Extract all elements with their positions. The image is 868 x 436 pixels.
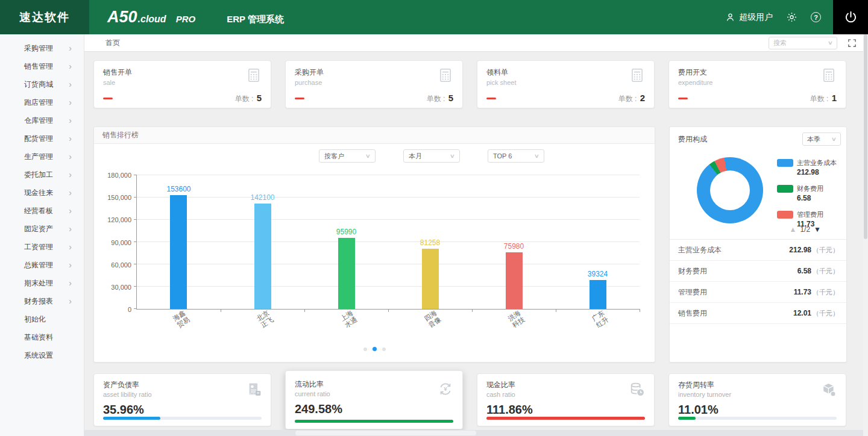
logout-power-button[interactable] <box>833 0 868 34</box>
y-axis-tick <box>134 241 137 242</box>
bar-海鑫贸易[interactable] <box>170 195 187 309</box>
sidebar-item[interactable]: 财务报表› <box>0 292 84 310</box>
x-axis-label: 海鑫贸易 <box>171 309 191 329</box>
bar-广东红升[interactable] <box>590 280 606 309</box>
pager-down-icon[interactable]: ▼ <box>814 225 821 234</box>
sidebar-item-label: 系统设置 <box>24 350 53 361</box>
stat-card: 采购开单purchase单数 : 5 <box>285 60 463 108</box>
calculator-icon <box>246 67 262 86</box>
y-axis-tick <box>134 286 137 287</box>
bar-chart-y-axis: 030,00060,00090,000120,000150,000180,000 <box>94 175 131 310</box>
filter-value: TOP 6 <box>493 152 512 160</box>
chevron-right-icon: › <box>69 134 72 143</box>
sidebar-item[interactable]: 采购管理› <box>0 39 84 57</box>
sidebar-item[interactable]: 固定资产› <box>0 220 84 238</box>
search-select[interactable]: 搜索 ∨ <box>769 37 837 49</box>
kpi-title: 存货周转率 <box>678 380 837 390</box>
filter-select[interactable]: 本月∨ <box>403 149 460 163</box>
bar-value-label: 39324 <box>588 270 608 278</box>
sidebar-menu: 采购管理›销售管理›订货商城›跑店管理›仓库管理›配货管理›生产管理›委托加工›… <box>0 39 84 364</box>
period-select[interactable]: 本季 ∨ <box>802 132 841 146</box>
sidebar-item[interactable]: 仓库管理› <box>0 111 84 129</box>
bar-value-label: 142100 <box>250 193 274 202</box>
sidebar-item-label: 订货商城 <box>24 79 53 90</box>
sidebar-item[interactable]: 委托加工› <box>0 166 84 184</box>
donut-chart <box>697 157 763 223</box>
kpi-progress-fill <box>678 417 696 420</box>
legend-swatch <box>777 211 793 219</box>
pager-up-icon[interactable]: ▲ <box>790 225 797 234</box>
sidebar-item[interactable]: 系统设置 <box>0 346 84 364</box>
carousel-dot[interactable] <box>382 347 386 351</box>
y-axis-label: 150,000 <box>107 194 131 201</box>
y-axis-tick <box>134 308 137 309</box>
chart-filters: 按客户∨本月∨TOP 6∨ <box>319 149 544 163</box>
bar-北京正飞[interactable] <box>254 204 271 309</box>
app-logo[interactable]: 速达软件 <box>0 0 89 34</box>
filter-select[interactable]: TOP 6∨ <box>488 149 544 163</box>
legend-item[interactable]: 主营业务成本212.98 <box>777 158 837 176</box>
filter-select[interactable]: 按客户∨ <box>319 149 376 163</box>
kpi-value: 11.01% <box>678 403 837 417</box>
app-logo-text: 速达软件 <box>19 10 70 25</box>
sidebar-item[interactable]: 销售管理› <box>0 57 84 75</box>
legend-item[interactable]: 财务费用6.58 <box>777 184 837 202</box>
product-brand: A50 .cloud PRO ERP 管理系统 <box>107 8 284 26</box>
kpi-title: 资产负债率 <box>103 380 262 390</box>
breadcrumb[interactable]: 首页 <box>105 38 120 48</box>
settings-gear-icon[interactable] <box>786 11 797 23</box>
expense-row-unit: （千元） <box>813 267 839 275</box>
bar-四海音像[interactable] <box>422 249 439 309</box>
toolbar: 首页 搜索 ∨ <box>84 34 863 52</box>
stat-card: 销售开单sale单数 : 5 <box>93 60 271 108</box>
sidebar-item[interactable]: 跑店管理› <box>0 93 84 111</box>
sidebar: 采购管理›销售管理›订货商城›跑店管理›仓库管理›配货管理›生产管理›委托加工›… <box>0 34 84 436</box>
filter-value: 本月 <box>409 152 422 161</box>
y-axis-tick <box>134 264 137 264</box>
sidebar-item[interactable]: 基础资料 <box>0 328 84 346</box>
kpi-card: 流动比率current ratio¥249.58% <box>285 370 463 429</box>
carousel-dot[interactable] <box>373 347 377 351</box>
help-icon[interactable]: ? <box>811 12 821 22</box>
fullscreen-icon[interactable] <box>847 38 857 48</box>
sidebar-item[interactable]: 生产管理› <box>0 148 84 166</box>
sidebar-item[interactable]: 总账管理› <box>0 256 84 274</box>
gridline <box>137 264 640 264</box>
carousel-dot[interactable] <box>363 347 367 351</box>
y-axis-label: 60,000 <box>111 261 131 269</box>
sidebar-item[interactable]: 工资管理› <box>0 238 84 256</box>
expense-row: 主营业务成本212.98（千元） <box>670 240 846 261</box>
sidebar-item-label: 仓库管理 <box>24 116 53 126</box>
bar-洪海科技[interactable] <box>506 252 523 309</box>
pager-label: 1/2 <box>800 225 810 234</box>
sidebar-item-label: 期末处理 <box>24 278 53 288</box>
sidebar-item[interactable]: 配货管理› <box>0 129 84 148</box>
stat-card-count: 单数 : 2 <box>618 93 645 104</box>
sidebar-item[interactable]: 订货商城› <box>0 75 84 93</box>
user-menu[interactable]: 超级用户 <box>725 12 773 23</box>
stat-card-subtitle: pick sheet <box>486 79 517 86</box>
kpi-progress-fill <box>295 420 453 423</box>
x-axis-label: 北京正飞 <box>255 309 275 329</box>
sidebar-item[interactable]: 现金往来› <box>0 184 84 202</box>
chevron-right-icon: › <box>69 98 72 107</box>
stat-card-subtitle: sale <box>103 79 132 86</box>
chevron-right-icon: › <box>69 62 72 70</box>
sidebar-item[interactable]: 期末处理› <box>0 274 84 292</box>
y-axis-tick <box>134 197 137 198</box>
legend-pager: ▲ 1/2 ▼ <box>790 225 821 234</box>
chevron-right-icon: › <box>69 170 72 179</box>
sidebar-item[interactable]: 初始化 <box>0 310 84 328</box>
sidebar-item-label: 生产管理 <box>24 152 53 162</box>
sidebar-item[interactable]: 经营看板› <box>0 202 84 220</box>
horizontal-scrollbar[interactable] <box>84 430 863 436</box>
kpi-value: 249.58% <box>295 402 453 416</box>
gridline <box>137 197 640 198</box>
bar-上海水通[interactable] <box>338 238 355 309</box>
chevron-right-icon: › <box>69 80 72 89</box>
chevron-right-icon: › <box>69 207 72 215</box>
vertical-scrollbar[interactable] <box>863 34 868 436</box>
horizontal-scrollbar-thumb[interactable] <box>295 431 476 435</box>
bar-value-label: 81258 <box>420 238 440 247</box>
vertical-scrollbar-thumb[interactable] <box>864 34 867 239</box>
